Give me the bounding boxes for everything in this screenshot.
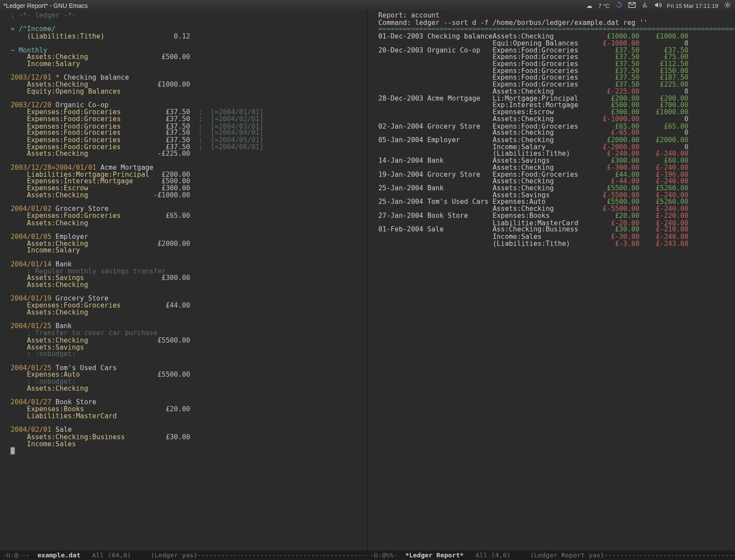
settings-icon[interactable] — [724, 1, 732, 10]
modeline-fill: ----------------------------------------… — [604, 551, 735, 559]
window-title: *Ledger Report* - GNU Emacs — [4, 2, 88, 9]
modeline-position: All (4,0) — [464, 551, 530, 559]
left-pane: ; -*- ledger -*- = /^Income/ (Liabilitie… — [0, 10, 368, 560]
svg-point-0 — [727, 4, 728, 6]
modeline-right: -U:@%%- *Ledger Report* All (4,0) (Ledge… — [368, 550, 735, 560]
ledger-source-buffer[interactable]: ; -*- ledger -*- = /^Income/ (Liabilitie… — [0, 10, 367, 550]
network-icon[interactable] — [641, 1, 649, 10]
modeline-prefix: -U:@%%- — [370, 551, 405, 559]
ledger-report-buffer[interactable]: Report: account Command: ledger --sort d… — [368, 10, 735, 550]
modeline-prefix: -U:@--- — [2, 551, 37, 559]
emacs-frame: ; -*- ledger -*- = /^Income/ (Liabilitie… — [0, 10, 735, 560]
weather-icon: ☁ — [586, 2, 593, 9]
modeline-buffer-name: example.dat — [38, 551, 80, 559]
clock: Fri 15 Mar 17:11:19 — [667, 2, 718, 9]
right-pane: Report: account Command: ledger --sort d… — [368, 10, 735, 560]
modeline-mode: (Ledger yas) — [150, 551, 197, 559]
refresh-icon[interactable] — [615, 1, 623, 10]
modeline-mode: (Ledger Report yas) — [530, 551, 605, 559]
system-tray: ☁ 7 °C Fri 15 Mar 17:11:19 — [586, 1, 731, 10]
modeline-left: -U:@--- example.dat All (64,0) (Ledger y… — [0, 550, 367, 560]
mail-icon[interactable] — [628, 1, 636, 10]
modeline-buffer-name: *Ledger Report* — [405, 551, 464, 559]
window-titlebar: *Ledger Report* - GNU Emacs ☁ 7 °C Fri 1… — [0, 0, 735, 10]
weather-temp: 7 °C — [598, 2, 609, 9]
volume-icon[interactable] — [654, 1, 662, 10]
modeline-position: All (64,0) — [80, 551, 151, 559]
modeline-fill: ----------------------------------------… — [197, 551, 367, 559]
